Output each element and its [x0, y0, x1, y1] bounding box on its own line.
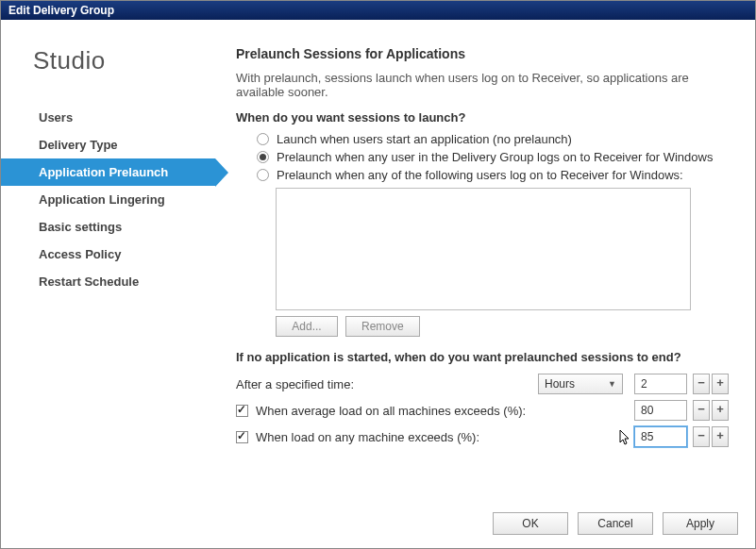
avg-load-spinner: − +	[693, 400, 729, 421]
sidebar-item-application-lingering[interactable]: Application Lingering	[1, 186, 215, 213]
avg-load-input[interactable]: 80	[634, 400, 687, 421]
end-question: If no application is started, when do yo…	[236, 350, 729, 364]
time-decrement-button[interactable]: −	[693, 374, 710, 394]
radio-label: Launch when users start an application (…	[277, 132, 572, 146]
sidebar: Studio Users Delivery Type Application P…	[1, 20, 215, 548]
time-unit-select[interactable]: Hours ▼	[538, 374, 623, 394]
row-avg-load: When average load on all machines exceed…	[236, 400, 729, 421]
radio-icon	[257, 151, 269, 163]
sidebar-item-users[interactable]: Users	[1, 104, 215, 131]
dialog-buttons: OK Cancel Apply	[493, 512, 738, 535]
row-after-time: After a specified time: Hours ▼ 2 − +	[236, 374, 729, 394]
sidebar-item-delivery-type[interactable]: Delivery Type	[1, 131, 215, 158]
avg-load-decrement-button[interactable]: −	[693, 400, 710, 421]
any-load-label: When load on any machine exceeds (%):	[256, 430, 479, 444]
radio-label: Prelaunch when any of the following user…	[277, 168, 683, 182]
radio-no-prelaunch[interactable]: Launch when users start an application (…	[257, 132, 729, 146]
radio-label: Prelaunch when any user in the Delivery …	[277, 150, 713, 164]
radio-icon	[257, 169, 269, 181]
main-panel: Prelaunch Sessions for Applications With…	[215, 20, 755, 548]
page-description: With prelaunch, sessions launch when use…	[236, 71, 729, 99]
row-any-load: When load on any machine exceeds (%): 85…	[236, 426, 729, 447]
time-unit-value: Hours	[545, 377, 575, 391]
window-title: Edit Delivery Group	[8, 4, 114, 17]
time-increment-button[interactable]: +	[712, 374, 729, 394]
sidebar-item-application-prelaunch[interactable]: Application Prelaunch	[1, 158, 215, 186]
any-load-input[interactable]: 85	[634, 426, 687, 447]
brand-logo: Studio	[1, 46, 215, 104]
after-time-label: After a specified time:	[236, 377, 538, 391]
users-list-buttons: Add... Remove	[276, 316, 729, 337]
any-load-increment-button[interactable]: +	[712, 426, 729, 447]
window-titlebar: Edit Delivery Group	[1, 1, 755, 20]
any-load-spinner: − +	[693, 426, 729, 447]
cancel-button[interactable]: Cancel	[578, 512, 653, 535]
remove-user-button[interactable]: Remove	[345, 316, 420, 337]
radio-icon	[257, 133, 269, 145]
launch-question: When do you want sessions to launch?	[236, 110, 729, 125]
mouse-cursor-icon	[619, 430, 632, 447]
sidebar-item-restart-schedule[interactable]: Restart Schedule	[1, 268, 215, 295]
apply-button[interactable]: Apply	[663, 512, 738, 535]
sidebar-item-access-policy[interactable]: Access Policy	[1, 241, 215, 268]
any-load-decrement-button[interactable]: −	[693, 426, 710, 447]
ok-button[interactable]: OK	[493, 512, 568, 535]
dialog-content: Studio Users Delivery Type Application P…	[1, 20, 755, 548]
add-user-button[interactable]: Add...	[276, 316, 338, 337]
time-value-spinner: − +	[693, 374, 729, 394]
users-listbox[interactable]	[276, 188, 691, 310]
radio-any-user[interactable]: Prelaunch when any user in the Delivery …	[257, 150, 729, 164]
sidebar-item-basic-settings[interactable]: Basic settings	[1, 213, 215, 241]
avg-load-increment-button[interactable]: +	[712, 400, 729, 421]
time-value-input[interactable]: 2	[634, 374, 687, 394]
any-load-checkbox[interactable]	[236, 431, 248, 443]
page-title: Prelaunch Sessions for Applications	[236, 46, 729, 61]
avg-load-checkbox[interactable]	[236, 405, 248, 417]
avg-load-label: When average load on all machines exceed…	[256, 404, 526, 418]
radio-specific-users[interactable]: Prelaunch when any of the following user…	[257, 168, 729, 182]
chevron-down-icon: ▼	[608, 379, 616, 389]
